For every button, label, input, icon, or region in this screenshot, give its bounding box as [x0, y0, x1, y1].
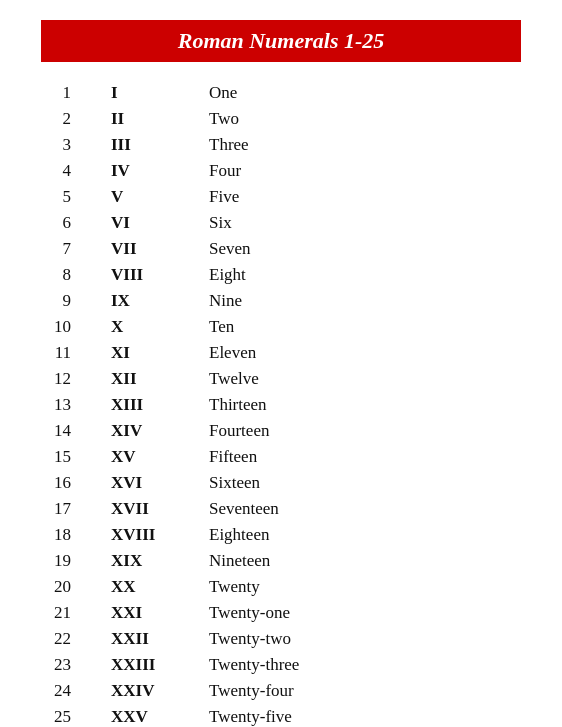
numeral-roman: XV — [101, 444, 201, 470]
numeral-roman: XVII — [101, 496, 201, 522]
numeral-number: 19 — [41, 548, 101, 574]
numeral-roman: VIII — [101, 262, 201, 288]
numeral-roman: XXIII — [101, 652, 201, 678]
numeral-number: 1 — [41, 80, 101, 106]
numeral-number: 7 — [41, 236, 101, 262]
numeral-word: One — [201, 80, 521, 106]
numeral-number: 17 — [41, 496, 101, 522]
table-row: 18XVIIIEighteen — [41, 522, 521, 548]
numeral-roman: IX — [101, 288, 201, 314]
table-row: 7VIISeven — [41, 236, 521, 262]
numeral-number: 25 — [41, 704, 101, 727]
numeral-number: 15 — [41, 444, 101, 470]
table-row: 16XVISixteen — [41, 470, 521, 496]
numeral-roman: XI — [101, 340, 201, 366]
table-row: 15XVFifteen — [41, 444, 521, 470]
table-row: 13XIIIThirteen — [41, 392, 521, 418]
numeral-number: 12 — [41, 366, 101, 392]
table-row: 17XVIISeventeen — [41, 496, 521, 522]
table-row: 24XXIVTwenty-four — [41, 678, 521, 704]
numeral-word: Three — [201, 132, 521, 158]
numeral-roman: XXII — [101, 626, 201, 652]
numeral-roman: I — [101, 80, 201, 106]
numeral-number: 11 — [41, 340, 101, 366]
numeral-roman: XXV — [101, 704, 201, 727]
numeral-word: Eleven — [201, 340, 521, 366]
table-row: 6VISix — [41, 210, 521, 236]
numeral-number: 5 — [41, 184, 101, 210]
numeral-number: 23 — [41, 652, 101, 678]
table-row: 1IOne — [41, 80, 521, 106]
numeral-word: Seven — [201, 236, 521, 262]
numeral-roman: XIII — [101, 392, 201, 418]
table-row: 4IVFour — [41, 158, 521, 184]
table-row: 10XTen — [41, 314, 521, 340]
table-row: 8VIIIEight — [41, 262, 521, 288]
table-row: 20XXTwenty — [41, 574, 521, 600]
numeral-word: Twenty-five — [201, 704, 521, 727]
numeral-word: Seventeen — [201, 496, 521, 522]
table-row: 21XXITwenty-one — [41, 600, 521, 626]
numeral-number: 8 — [41, 262, 101, 288]
numeral-roman: XII — [101, 366, 201, 392]
numeral-number: 9 — [41, 288, 101, 314]
numeral-word: Six — [201, 210, 521, 236]
numeral-word: Eight — [201, 262, 521, 288]
page-title: Roman Numerals 1-25 — [41, 20, 521, 62]
numeral-word: Twenty-three — [201, 652, 521, 678]
numeral-number: 16 — [41, 470, 101, 496]
numeral-word: Twenty-four — [201, 678, 521, 704]
numeral-word: Ten — [201, 314, 521, 340]
numeral-roman: III — [101, 132, 201, 158]
numeral-roman: VI — [101, 210, 201, 236]
numeral-number: 24 — [41, 678, 101, 704]
numeral-word: Fourteen — [201, 418, 521, 444]
numeral-number: 3 — [41, 132, 101, 158]
numeral-number: 20 — [41, 574, 101, 600]
table-row: 23XXIIITwenty-three — [41, 652, 521, 678]
numeral-roman: XVIII — [101, 522, 201, 548]
numeral-word: Fifteen — [201, 444, 521, 470]
numeral-word: Five — [201, 184, 521, 210]
table-row: 5VFive — [41, 184, 521, 210]
numeral-number: 21 — [41, 600, 101, 626]
numeral-number: 13 — [41, 392, 101, 418]
numeral-roman: II — [101, 106, 201, 132]
table-row: 14XIVFourteen — [41, 418, 521, 444]
numeral-roman: XIV — [101, 418, 201, 444]
numeral-number: 6 — [41, 210, 101, 236]
numeral-word: Twenty-two — [201, 626, 521, 652]
numeral-word: Four — [201, 158, 521, 184]
numeral-roman: X — [101, 314, 201, 340]
numeral-roman: V — [101, 184, 201, 210]
numeral-word: Sixteen — [201, 470, 521, 496]
numeral-number: 18 — [41, 522, 101, 548]
numeral-number: 14 — [41, 418, 101, 444]
numeral-number: 10 — [41, 314, 101, 340]
table-row: 9IXNine — [41, 288, 521, 314]
numeral-roman: XXI — [101, 600, 201, 626]
table-row: 25XXVTwenty-five — [41, 704, 521, 727]
numeral-roman: IV — [101, 158, 201, 184]
numeral-number: 2 — [41, 106, 101, 132]
table-row: 12XIITwelve — [41, 366, 521, 392]
numeral-roman: XVI — [101, 470, 201, 496]
numeral-word: Two — [201, 106, 521, 132]
numeral-word: Nine — [201, 288, 521, 314]
numeral-word: Twelve — [201, 366, 521, 392]
numeral-roman: XXIV — [101, 678, 201, 704]
numeral-roman: XX — [101, 574, 201, 600]
table-row: 22XXIITwenty-two — [41, 626, 521, 652]
table-row: 19XIXNineteen — [41, 548, 521, 574]
numeral-word: Nineteen — [201, 548, 521, 574]
table-row: 2IITwo — [41, 106, 521, 132]
numeral-roman: XIX — [101, 548, 201, 574]
numeral-word: Twenty — [201, 574, 521, 600]
numeral-word: Eighteen — [201, 522, 521, 548]
table-row: 11XIEleven — [41, 340, 521, 366]
numeral-roman: VII — [101, 236, 201, 262]
table-row: 3IIIThree — [41, 132, 521, 158]
numeral-word: Twenty-one — [201, 600, 521, 626]
numeral-number: 22 — [41, 626, 101, 652]
numeral-number: 4 — [41, 158, 101, 184]
